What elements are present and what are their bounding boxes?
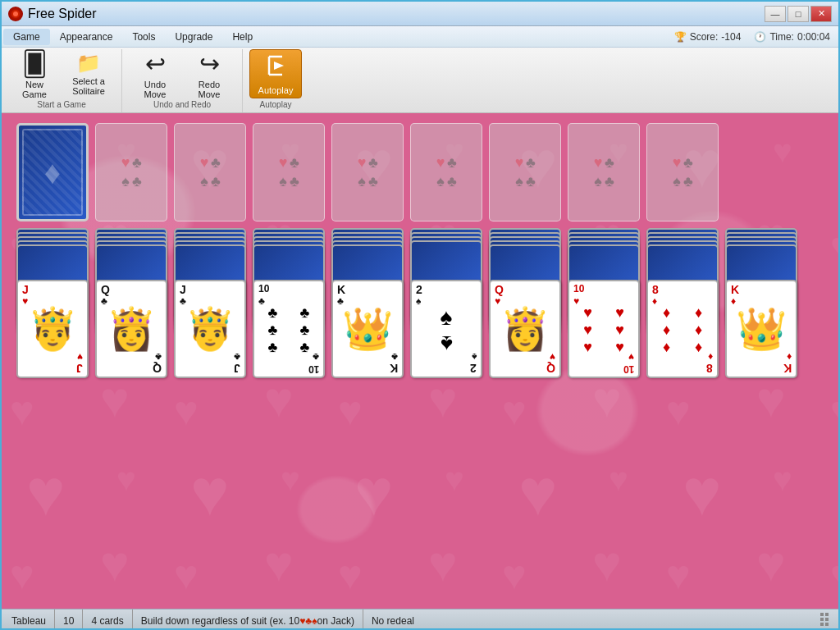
suit-spades: ♠ (357, 173, 367, 190)
suit-row: ♥ ♥ (572, 322, 636, 339)
time-label: Time: (769, 31, 794, 43)
foundation-pile-7[interactable]: ♥ ♣ ♠ ♣ (568, 123, 640, 221)
card-suit-bot: ♠ (472, 351, 477, 363)
menubar: Game Appearance Tools Upgrade Help 🏆 Sco… (2, 26, 838, 48)
maximize-button[interactable]: □ (788, 6, 809, 22)
window-title: Free Spider (28, 7, 97, 21)
card-figure: 🤴 (21, 304, 84, 354)
card-suit-bot: ♥ (77, 351, 83, 363)
col2-top-card[interactable]: Q ♣ 👸 Q ♣ (95, 280, 167, 378)
col10-top-card[interactable]: K ♦ 👑 K ♦ (725, 280, 797, 378)
foundation-pile-2[interactable]: ♥ ♣ ♠ ♣ (174, 123, 246, 221)
svg-rect-10 (820, 623, 824, 626)
new-game-label: NewGame (22, 80, 47, 99)
card-suit-bot: ♥ (628, 351, 634, 363)
select-solitaire-label: Select aSolitaire (72, 76, 105, 96)
card-figure: ♦ ♦ ♦ ♦ ♦ ♦ (651, 304, 714, 354)
undo-move-button[interactable]: ↩ UndoMove (129, 49, 181, 98)
col7-top-card[interactable]: Q ♥ 👸 Q ♥ (489, 280, 561, 378)
suit-hearts: ♥ (199, 154, 209, 171)
col4-top-card[interactable]: 10 ♣ ♣ ♣ ♣ ♣ ♣ ♣ 10 (253, 280, 325, 378)
suit-spades: ♠ (514, 173, 524, 190)
toolbar-group-autoplay: Autoplay Autoplay (243, 49, 308, 112)
suit-row: ♦ ♦ (651, 339, 714, 356)
select-solitaire-button[interactable]: 📁 Select aSolitaire (62, 49, 115, 98)
foundation-pile-3[interactable]: ♥ ♣ ♠ ♣ (253, 123, 325, 221)
suit-row: ♦ ♦ (651, 322, 714, 339)
suit-hearts: ♥ (278, 154, 288, 171)
suit-clubs2: ♣ (368, 173, 378, 190)
diamond-icon: ♦ (695, 304, 702, 322)
tableau-col-2: Q ♣ 👸 Q ♣ (95, 228, 167, 378)
suit-hearts: ♥ (436, 154, 445, 171)
foundation-pile-5[interactable]: ♥ ♣ ♠ ♣ (410, 123, 482, 221)
close-button[interactable]: ✕ (810, 6, 832, 22)
time-value: 0:00:04 (797, 31, 830, 43)
foundation-pile-4[interactable]: ♥ ♣ ♠ ♣ (331, 123, 404, 221)
suit-row: ♦ ♦ (651, 304, 714, 322)
col5-backs (331, 228, 404, 273)
minimize-button[interactable]: — (765, 6, 786, 22)
card-rank-bot: Q (153, 363, 162, 374)
tableau-col-8: 10 ♥ ♥ ♥ ♥ ♥ ♥ ♥ 10 (568, 228, 640, 378)
heart-icon: ♥ (615, 339, 624, 356)
heart-icon: ♥ (583, 339, 592, 356)
menu-game[interactable]: Game (3, 29, 50, 45)
heart-icon: ♥ (615, 304, 624, 322)
menubar-stats: 🏆 Score: -104 🕐 Time: 0:00:04 (674, 31, 837, 43)
col6-top-card[interactable]: 2 ♠ ♠ ♠ 2 ♠ (410, 280, 482, 378)
menu-upgrade[interactable]: Upgrade (165, 29, 222, 45)
col8-top-card[interactable]: 10 ♥ ♥ ♥ ♥ ♥ ♥ ♥ 10 (568, 280, 640, 378)
back-stack (16, 228, 89, 253)
autoplay-label: Autoplay (258, 85, 294, 95)
app-icon (8, 7, 23, 21)
col3-top-card[interactable]: J ♣ 🤴 J ♣ (174, 280, 246, 378)
foundation-pile-6[interactable]: ♥ ♣ ♠ ♣ (489, 123, 561, 221)
suit-clubs2: ♣ (447, 173, 457, 190)
tableau-col-3: J ♣ 🤴 J ♣ (174, 228, 246, 378)
stock-pile[interactable] (16, 123, 89, 221)
suit-row: ♣ ♣ (257, 322, 321, 339)
on-label: on Jack) (317, 615, 354, 627)
club-icon: ♣ (268, 304, 278, 322)
suit-clubs: ♣ (605, 154, 614, 171)
card-suit-bot: ♣ (313, 351, 319, 363)
menu-help[interactable]: Help (222, 29, 262, 45)
figure-icon: 🤴 (185, 308, 235, 349)
menu-tools[interactable]: Tools (122, 29, 165, 45)
figure-icon: 🤴 (27, 308, 78, 349)
suit-hearts: ♥ (357, 154, 367, 171)
cards-label: 4 cards (91, 615, 123, 627)
card-rank: 10 (573, 284, 584, 294)
suit-clubs: ♣ (368, 154, 378, 171)
toolbar-group-undo: ↩ UndoMove ↪ RedoMove Undo and Redo (122, 49, 243, 112)
club-icon: ♣ (300, 304, 310, 322)
suit-spades: ♠ (121, 173, 130, 190)
card-suit-bot: ♦ (787, 351, 792, 363)
menu-appearance[interactable]: Appearance (50, 29, 123, 45)
autoplay-group-label: Autoplay (243, 98, 308, 112)
col1-top-card[interactable]: J ♥ 🤴 J ♥ (16, 280, 89, 378)
card-rank-bot: 2 (470, 363, 477, 374)
card-rank-bot: Q (546, 363, 555, 374)
foundation-pile-8[interactable]: ♥ ♣ ♠ ♣ (646, 123, 719, 221)
suit-spades: ♠ (436, 173, 445, 190)
card-rank-bot: 8 (706, 363, 713, 374)
autoplay-button[interactable]: Autoplay (249, 49, 302, 98)
card-rank: Q (101, 284, 110, 295)
new-game-button[interactable]: 🂠 NewGame (8, 49, 61, 98)
card-rank: Q (495, 284, 504, 295)
figure-icon: 👸 (106, 308, 157, 349)
suit-clubs: ♣ (526, 154, 536, 171)
col9-top-card[interactable]: 8 ♦ ♦ ♦ ♦ ♦ ♦ ♦ 8 ♦ (646, 280, 719, 378)
card-figure: ♠ ♠ (414, 304, 478, 354)
game-area: ♥ ♣ ♠ ♣ ♥ ♣ ♠ ♣ ♥ ♣ ♠ ♣ ♥ (2, 113, 838, 609)
redo-move-button[interactable]: ↪ RedoMove (183, 49, 235, 98)
status-rule: Build down regardless of suit (ex. 10 ♥ … (133, 609, 363, 630)
col5-top-card[interactable]: K ♣ 👑 K ♣ (331, 280, 404, 378)
card-rank: K (731, 284, 739, 295)
top-row: ♥ ♣ ♠ ♣ ♥ ♣ ♠ ♣ ♥ ♣ ♠ ♣ ♥ (2, 113, 838, 228)
foundation-pile-1[interactable]: ♥ ♣ ♠ ♣ (95, 123, 167, 221)
select-solitaire-icon: 📁 (76, 52, 101, 75)
suit-row: ♣ ♣ (257, 339, 321, 356)
